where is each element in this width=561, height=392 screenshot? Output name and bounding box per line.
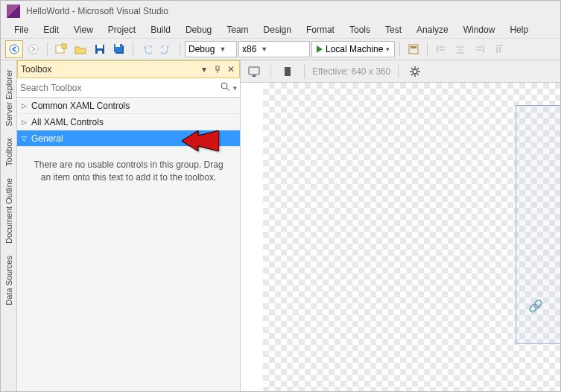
- menu-debug[interactable]: Debug: [178, 23, 219, 37]
- align-top-button[interactable]: [490, 40, 508, 58]
- open-file-button[interactable]: [72, 40, 89, 58]
- expand-icon: ▷: [22, 102, 27, 110]
- svg-line-28: [417, 68, 419, 69]
- menu-window[interactable]: Window: [456, 23, 503, 37]
- svg-point-20: [413, 69, 417, 74]
- svg-line-26: [417, 74, 419, 75]
- toolbox-search-input[interactable]: [20, 80, 220, 95]
- svg-rect-11: [411, 46, 416, 48]
- svg-rect-18: [253, 75, 256, 77]
- menu-format[interactable]: Format: [299, 23, 342, 37]
- device-preview-button[interactable]: [245, 63, 263, 80]
- toolbox-category-all-xaml[interactable]: ▷ All XAML Controls: [17, 114, 240, 130]
- visual-studio-icon: [7, 4, 20, 18]
- menu-project[interactable]: Project: [101, 23, 143, 37]
- window-options-icon[interactable]: ▾: [199, 64, 209, 75]
- menu-view[interactable]: View: [66, 23, 101, 37]
- menu-test[interactable]: Test: [378, 23, 409, 37]
- category-label: Common XAML Controls: [31, 101, 130, 111]
- menu-bar: File Edit View Project Build Debug Team …: [1, 22, 560, 38]
- svg-marker-12: [182, 130, 219, 151]
- svg-rect-6: [98, 51, 102, 54]
- toolbox-empty-message: There are no usable controls in this gro…: [17, 147, 240, 196]
- expand-icon: ▷: [22, 118, 27, 126]
- toolbox-header: Toolbox ▾ ✕: [17, 60, 240, 78]
- link-handle-icon[interactable]: 🔗: [528, 299, 543, 313]
- separator: [180, 42, 180, 57]
- toolbox-search-row: ▾: [17, 78, 240, 98]
- separator: [399, 42, 400, 57]
- toolbox-category-common-xaml[interactable]: ▷ Common XAML Controls: [17, 98, 240, 114]
- svg-line-16: [226, 88, 229, 91]
- menu-file[interactable]: File: [7, 23, 36, 37]
- side-tab-strip: Server Explorer Toolbox Document Outline…: [1, 60, 17, 391]
- separator: [47, 42, 48, 57]
- svg-rect-17: [249, 67, 259, 75]
- save-all-button[interactable]: [110, 40, 128, 58]
- svg-rect-5: [97, 45, 103, 48]
- side-tab-data-sources[interactable]: Data Sources: [3, 250, 15, 312]
- pin-icon[interactable]: [212, 64, 223, 75]
- menu-edit[interactable]: Edit: [36, 23, 66, 37]
- orientation-portrait-button[interactable]: [279, 63, 297, 80]
- align-left-button[interactable]: [432, 40, 450, 58]
- title-bar: HelloWorld - Microsoft Visual Studio: [1, 1, 560, 22]
- search-icon[interactable]: [220, 81, 230, 94]
- align-right-button[interactable]: [471, 40, 489, 58]
- svg-rect-9: [115, 44, 120, 47]
- toolbox-panel: Toolbox ▾ ✕ ▾ ▷ Common XAML Controls ▷ A…: [17, 60, 241, 391]
- side-tab-toolbox[interactable]: Toolbox: [3, 132, 15, 172]
- toolbar-extra-button[interactable]: [405, 40, 422, 58]
- menu-build[interactable]: Build: [143, 23, 178, 37]
- category-label: All XAML Controls: [31, 117, 104, 127]
- menu-tools[interactable]: Tools: [342, 23, 378, 37]
- window-title: HelloWorld - Microsoft Visual Studio: [26, 6, 168, 16]
- svg-point-1: [29, 45, 38, 54]
- close-icon[interactable]: ✕: [226, 64, 236, 75]
- solution-platform-value: x86: [242, 44, 256, 54]
- start-target-label: Local Machine: [326, 44, 383, 54]
- start-debug-button[interactable]: Local Machine ▾: [311, 41, 395, 57]
- menu-team[interactable]: Team: [219, 23, 256, 37]
- menu-help[interactable]: Help: [502, 23, 536, 37]
- annotation-arrow-icon: [182, 130, 219, 151]
- designer-toolbar: Effective: 640 x 360: [241, 60, 560, 83]
- separator: [398, 65, 399, 78]
- nav-back-button[interactable]: [5, 40, 23, 58]
- svg-line-27: [411, 74, 413, 75]
- svg-rect-19: [285, 67, 291, 76]
- designer-area: Effective: 640 x 360 🔗: [241, 60, 560, 391]
- svg-point-0: [10, 45, 19, 54]
- menu-analyze[interactable]: Analyze: [409, 23, 456, 37]
- solution-config-combo[interactable]: Debug ▼: [185, 41, 237, 57]
- side-tab-server-explorer[interactable]: Server Explorer: [3, 63, 15, 132]
- svg-point-15: [221, 83, 227, 89]
- play-icon: [317, 45, 323, 53]
- expand-icon: ▷: [21, 136, 28, 141]
- menu-design[interactable]: Design: [256, 23, 299, 37]
- separator: [133, 42, 133, 57]
- solution-config-value: Debug: [188, 44, 215, 54]
- nav-forward-button[interactable]: [25, 40, 42, 58]
- separator: [304, 65, 305, 78]
- chevron-down-icon: ▼: [261, 45, 267, 53]
- align-center-button[interactable]: [451, 40, 469, 58]
- svg-rect-13: [216, 66, 219, 70]
- solution-platform-combo[interactable]: x86 ▼: [238, 41, 310, 57]
- save-button[interactable]: [91, 40, 109, 58]
- design-canvas[interactable]: 🔗: [263, 83, 560, 391]
- chevron-down-icon[interactable]: ▾: [233, 84, 237, 92]
- undo-button[interactable]: [138, 40, 156, 58]
- toolbox-title: Toolbox: [21, 64, 51, 75]
- body-area: Server Explorer Toolbox Document Outline…: [1, 60, 560, 391]
- settings-button[interactable]: [406, 63, 424, 80]
- chevron-down-icon: ▾: [386, 45, 390, 53]
- chevron-down-icon: ▼: [219, 45, 226, 53]
- separator: [270, 65, 271, 78]
- effective-resolution-label: Effective: 640 x 360: [312, 66, 390, 77]
- redo-button[interactable]: [157, 40, 175, 58]
- new-project-button[interactable]: [52, 40, 70, 58]
- svg-rect-10: [409, 45, 418, 54]
- side-tab-document-outline[interactable]: Document Outline: [3, 172, 15, 250]
- main-toolbar: Debug ▼ x86 ▼ Local Machine ▾: [1, 38, 560, 60]
